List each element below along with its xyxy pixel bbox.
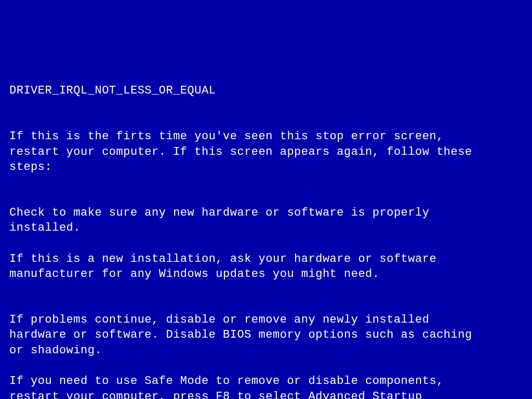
bsod-screen: DRIVER_IRQL_NOT_LESS_OR_EQUAL If this is… [9, 68, 532, 399]
new-installation-paragraph: If this is a new installation, ask your … [9, 251, 532, 282]
check-hardware-paragraph: Check to make sure any new hardware or s… [9, 205, 532, 236]
intro-paragraph: If this is the firts time you've seen th… [9, 129, 532, 175]
problems-continue-paragraph: If problems continue, disable or remove … [9, 312, 532, 358]
error-title: DRIVER_IRQL_NOT_LESS_OR_EQUAL [9, 83, 532, 99]
safe-mode-paragraph: If you need to use Safe Mode to remove o… [9, 374, 532, 399]
